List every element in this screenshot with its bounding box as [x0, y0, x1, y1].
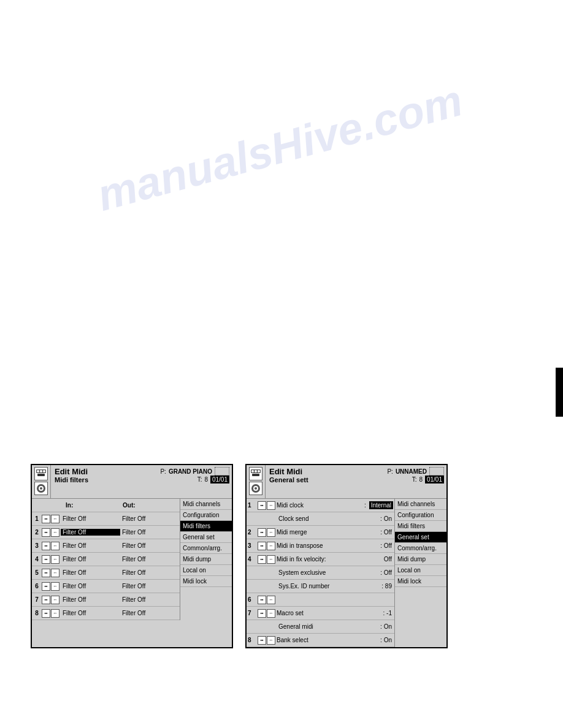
panel2-header: Edit Midi General sett P: UNNAMED T: 8 0… [247, 465, 446, 499]
gen-val-gm: : On [379, 623, 393, 630]
panel1-in-label: In: [64, 502, 123, 509]
gen-row-icons-3: ▪▪ ↔ [256, 542, 277, 550]
table-row: 8 ▪▪ ↔ Filter Off Filter Off [32, 607, 180, 620]
gen-row-sysex-id: Sys.Ex. ID number : 89 [247, 580, 394, 593]
row-in-1: Filter Off [61, 515, 120, 522]
row-icon-btn-3b[interactable]: ↔ [51, 542, 59, 550]
row-icon-btn-8b[interactable]: ↔ [51, 609, 59, 618]
menu-midi-filters-1[interactable]: Midi filters [180, 521, 232, 532]
gen-name-1: Midi clock [277, 502, 363, 509]
gen-row-icons-4: ▪▪ ↔ [256, 555, 277, 564]
gen-icon-6b[interactable]: ↔ [267, 596, 275, 604]
gen-row-6: 6 ▪▪ ↔ [247, 593, 394, 607]
panel1-icon-area [32, 465, 51, 498]
row-icons-7: ▪▪ ↔ [40, 596, 61, 604]
row-icon-btn-7a[interactable]: ▪▪ [42, 596, 50, 604]
row-icon-btn-2b[interactable]: ↔ [51, 528, 59, 537]
gen-row-num-7: 7 [248, 610, 256, 616]
gen-icon-6a[interactable]: ▪▪ [258, 596, 266, 604]
row-icon-btn-6a[interactable]: ▪▪ [42, 582, 50, 591]
panel2-dotted [429, 467, 444, 476]
gen-icon-3a[interactable]: ▪▪ [258, 542, 266, 550]
panel2-prog-line: P: UNNAMED [387, 467, 444, 476]
panel2-rows-area: 1 ▪▪ ↔ Midi clock : Internal Clock send [247, 499, 394, 647]
row-out-6: Filter Off [120, 583, 180, 590]
menu-local-on-2[interactable]: Local on [395, 565, 446, 576]
menu-midi-filters-2[interactable]: Midi filters [395, 521, 446, 532]
gen-row-8: 8 ▪▪ ↔ Bank select : On [247, 634, 394, 647]
gen-val-8: : On [379, 637, 393, 643]
row-icon-btn-5b[interactable]: ↔ [51, 569, 59, 577]
gen-icon-2a[interactable]: ▪▪ [258, 528, 266, 537]
right-bar [556, 368, 563, 417]
menu-midi-dump-2[interactable]: Midi dump [395, 554, 446, 565]
menu-midi-lock-2[interactable]: Midi lock [395, 576, 446, 587]
panel2-track-line: T: 8 01/01 [412, 476, 444, 483]
panel1-prog-line: P: GRAND PIANO [160, 467, 229, 476]
row-icons-5: ▪▪ ↔ [40, 569, 61, 577]
gen-icon-7b[interactable]: ↔ [267, 609, 275, 618]
gen-val-7: : -1 [382, 610, 393, 616]
gen-name-se: System exclusive [278, 569, 379, 576]
row-icon-btn-2a[interactable]: ▪▪ [42, 528, 50, 537]
menu-general-set-2[interactable]: General set [395, 532, 446, 543]
row-icon-btn-4b[interactable]: ↔ [51, 555, 59, 564]
gen-icon-7a[interactable]: ▪▪ [258, 609, 266, 618]
menu-general-set-1[interactable]: General set [180, 532, 232, 543]
gen-icon-8a[interactable]: ▪▪ [258, 636, 266, 645]
panel2-menu: Midi channels Configuration Midi filters… [394, 499, 446, 647]
row-icon-btn-1a[interactable]: ▪▪ [42, 515, 50, 523]
row-icon-btn-7b[interactable]: ↔ [51, 596, 59, 604]
menu-midi-dump-1[interactable]: Midi dump [180, 554, 232, 565]
panel1-info: P: GRAND PIANO T: 8 01/01 [158, 465, 232, 498]
svg-rect-4 [37, 474, 45, 476]
gen-val-2: : Off [379, 529, 393, 536]
menu-local-on-1[interactable]: Local on [180, 565, 232, 576]
panel1-col-headers: In: Out: [32, 499, 180, 512]
gen-icon-4a[interactable]: ▪▪ [258, 555, 266, 564]
gen-icon-1b[interactable]: ↔ [267, 501, 275, 510]
row-num-2: 2 [32, 529, 40, 536]
gen-icon-3b[interactable]: ↔ [267, 542, 275, 550]
row-icons-1: ▪▪ ↔ [40, 515, 61, 523]
panel1-track-label: T: [197, 476, 202, 483]
panel1-out-label: Out: [123, 502, 180, 509]
row-icon-btn-6b[interactable]: ↔ [51, 582, 59, 591]
svg-point-9 [251, 470, 254, 472]
gen-val-sid: : 89 [380, 583, 393, 590]
panel1-rows-area: In: Out: 1 ▪▪ ↔ Filter Off Filter Off 2 [32, 499, 180, 620]
row-num-3: 3 [32, 542, 40, 549]
menu-midi-lock-1[interactable]: Midi lock [180, 576, 232, 587]
gen-icon-8b[interactable]: ↔ [267, 636, 275, 645]
gen-row-7: 7 ▪▪ ↔ Macro set : -1 [247, 607, 394, 620]
panel2-track-value: 8 [419, 476, 423, 483]
menu-configuration-1[interactable]: Configuration [180, 510, 232, 521]
menu-midi-channels-2[interactable]: Midi channels [395, 499, 446, 510]
gen-name-7: Macro set [277, 610, 382, 616]
gen-icon-1a[interactable]: ▪▪ [258, 501, 266, 510]
gen-icon-4b[interactable]: ↔ [267, 555, 275, 564]
gen-val-1: : [363, 502, 369, 509]
row-icon-btn-3a[interactable]: ▪▪ [42, 542, 50, 550]
row-icon-btn-5a[interactable]: ▪▪ [42, 569, 50, 577]
table-row: 4 ▪▪ ↔ Filter Off Filter Off [32, 553, 180, 566]
gen-icon-2b[interactable]: ↔ [267, 528, 275, 537]
menu-common-arrg-1[interactable]: Common/arrg. [180, 543, 232, 554]
table-row: 6 ▪▪ ↔ Filter Off Filter Off [32, 580, 180, 593]
svg-point-15 [255, 487, 257, 490]
panel2-prog-name: UNNAMED [396, 468, 427, 475]
row-icon-btn-4a[interactable]: ▪▪ [42, 555, 50, 564]
menu-common-arrg-2[interactable]: Common/arrg. [395, 543, 446, 554]
gen-name-2: Midi merge [277, 529, 379, 536]
gen-row-icons-8: ▪▪ ↔ [256, 636, 277, 645]
menu-midi-channels-1[interactable]: Midi channels [180, 499, 232, 510]
menu-configuration-2[interactable]: Configuration [395, 510, 446, 521]
table-row: 2 ▪▪ ↔ Filter Off Filter Off [32, 526, 180, 539]
gen-name-8: Bank select [277, 637, 379, 643]
panel1-track-value: 8 [204, 476, 208, 483]
row-icon-btn-8a[interactable]: ▪▪ [42, 609, 50, 618]
panel1-body: In: Out: 1 ▪▪ ↔ Filter Off Filter Off 2 [32, 499, 232, 620]
row-icon-btn-1b[interactable]: ↔ [51, 515, 59, 523]
row-in-5: Filter Off [61, 569, 120, 576]
gen-name-cs: Clock send [278, 515, 379, 522]
